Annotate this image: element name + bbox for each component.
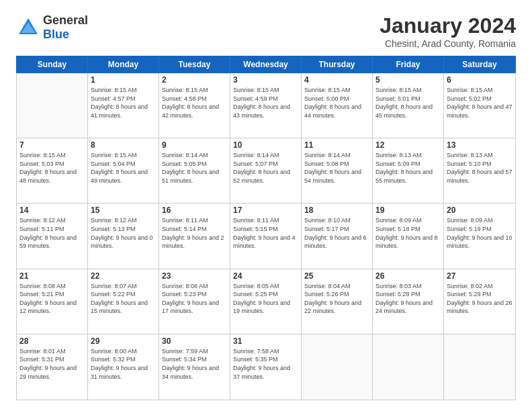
- location-subtitle: Chesint, Arad County, Romania: [380, 38, 516, 49]
- title-block: January 2024 Chesint, Arad County, Roman…: [380, 13, 516, 49]
- calendar-cell: 10Sunrise: 8:14 AMSunset: 5:07 PMDayligh…: [230, 138, 302, 203]
- day-info: Sunrise: 7:58 AMSunset: 5:35 PMDaylight:…: [233, 347, 298, 381]
- calendar-cell: [444, 334, 515, 400]
- day-info: Sunrise: 8:09 AMSunset: 5:19 PMDaylight:…: [447, 216, 513, 250]
- calendar-cell: 13Sunrise: 8:13 AMSunset: 5:10 PMDayligh…: [444, 138, 515, 203]
- weekday-header-wednesday: Wednesday: [230, 56, 302, 73]
- day-info: Sunrise: 8:15 AMSunset: 4:57 PMDaylight:…: [91, 86, 156, 120]
- calendar-cell: 19Sunrise: 8:09 AMSunset: 5:18 PMDayligh…: [373, 203, 444, 268]
- day-info: Sunrise: 8:05 AMSunset: 5:25 PMDaylight:…: [233, 282, 298, 316]
- day-info: Sunrise: 8:13 AMSunset: 5:09 PMDaylight:…: [375, 151, 441, 185]
- calendar-cell: [17, 73, 88, 138]
- day-info: Sunrise: 8:15 AMSunset: 4:59 PMDaylight:…: [233, 86, 298, 120]
- day-info: Sunrise: 8:15 AMSunset: 5:03 PMDaylight:…: [19, 151, 85, 185]
- calendar-cell: 24Sunrise: 8:05 AMSunset: 5:25 PMDayligh…: [230, 269, 302, 334]
- day-info: Sunrise: 8:08 AMSunset: 5:21 PMDaylight:…: [19, 282, 85, 316]
- day-info: Sunrise: 8:15 AMSunset: 5:01 PMDaylight:…: [375, 86, 441, 120]
- calendar-cell: 20Sunrise: 8:09 AMSunset: 5:19 PMDayligh…: [444, 203, 515, 268]
- calendar-cell: 16Sunrise: 8:11 AMSunset: 5:14 PMDayligh…: [159, 203, 230, 268]
- calendar-cell: 11Sunrise: 8:14 AMSunset: 5:08 PMDayligh…: [302, 138, 373, 203]
- month-title: January 2024: [380, 13, 516, 38]
- calendar-cell: 25Sunrise: 8:04 AMSunset: 5:26 PMDayligh…: [302, 269, 373, 334]
- day-info: Sunrise: 8:11 AMSunset: 5:14 PMDaylight:…: [162, 216, 227, 250]
- day-number: 7: [19, 140, 85, 150]
- calendar-cell: 8Sunrise: 8:15 AMSunset: 5:04 PMDaylight…: [88, 138, 159, 203]
- calendar-cell: [373, 334, 444, 400]
- day-number: 5: [375, 75, 441, 85]
- day-number: 27: [447, 271, 513, 281]
- logo: General Blue: [16, 13, 88, 42]
- day-number: 15: [91, 205, 156, 215]
- day-number: 4: [304, 75, 369, 85]
- day-number: 11: [304, 140, 369, 150]
- day-info: Sunrise: 8:03 AMSunset: 5:28 PMDaylight:…: [375, 282, 441, 316]
- calendar-cell: 21Sunrise: 8:08 AMSunset: 5:21 PMDayligh…: [17, 269, 88, 334]
- day-info: Sunrise: 8:02 AMSunset: 5:29 PMDaylight:…: [447, 282, 513, 316]
- day-info: Sunrise: 8:15 AMSunset: 5:04 PMDaylight:…: [91, 151, 156, 185]
- day-number: 22: [91, 271, 156, 281]
- day-info: Sunrise: 8:04 AMSunset: 5:26 PMDaylight:…: [304, 282, 369, 316]
- calendar-cell: 7Sunrise: 8:15 AMSunset: 5:03 PMDaylight…: [17, 138, 88, 203]
- day-number: 14: [19, 205, 85, 215]
- day-info: Sunrise: 8:13 AMSunset: 5:10 PMDaylight:…: [447, 151, 513, 185]
- calendar-cell: 23Sunrise: 8:06 AMSunset: 5:23 PMDayligh…: [159, 269, 230, 334]
- calendar-cell: 3Sunrise: 8:15 AMSunset: 4:59 PMDaylight…: [230, 73, 302, 138]
- day-info: Sunrise: 8:12 AMSunset: 5:13 PMDaylight:…: [91, 216, 156, 250]
- calendar-header: SundayMondayTuesdayWednesdayThursdayFrid…: [16, 56, 516, 73]
- calendar-week-2: 7Sunrise: 8:15 AMSunset: 5:03 PMDaylight…: [17, 138, 515, 203]
- day-info: Sunrise: 8:14 AMSunset: 5:08 PMDaylight:…: [304, 151, 369, 185]
- day-info: Sunrise: 8:07 AMSunset: 5:22 PMDaylight:…: [91, 282, 156, 316]
- weekday-header-monday: Monday: [88, 56, 159, 73]
- day-number: 31: [233, 336, 298, 346]
- calendar-body: 1Sunrise: 8:15 AMSunset: 4:57 PMDaylight…: [16, 73, 516, 400]
- calendar-week-4: 21Sunrise: 8:08 AMSunset: 5:21 PMDayligh…: [17, 269, 515, 334]
- calendar-cell: 14Sunrise: 8:12 AMSunset: 5:11 PMDayligh…: [17, 203, 88, 268]
- day-number: 10: [233, 140, 298, 150]
- day-number: 12: [375, 140, 441, 150]
- calendar-cell: 18Sunrise: 8:10 AMSunset: 5:17 PMDayligh…: [302, 203, 373, 268]
- calendar-cell: 12Sunrise: 8:13 AMSunset: 5:09 PMDayligh…: [373, 138, 444, 203]
- calendar-week-5: 28Sunrise: 8:01 AMSunset: 5:31 PMDayligh…: [17, 334, 515, 400]
- day-number: 1: [91, 75, 156, 85]
- header: General Blue January 2024 Chesint, Arad …: [16, 13, 516, 49]
- calendar-cell: 4Sunrise: 8:15 AMSunset: 5:00 PMDaylight…: [302, 73, 373, 138]
- day-number: 21: [19, 271, 85, 281]
- day-number: 24: [233, 271, 298, 281]
- day-info: Sunrise: 8:12 AMSunset: 5:11 PMDaylight:…: [19, 216, 85, 250]
- day-number: 25: [304, 271, 369, 281]
- calendar-week-1: 1Sunrise: 8:15 AMSunset: 4:57 PMDaylight…: [17, 73, 515, 138]
- page: General Blue January 2024 Chesint, Arad …: [0, 0, 532, 411]
- day-number: 13: [447, 140, 513, 150]
- day-info: Sunrise: 8:11 AMSunset: 5:15 PMDaylight:…: [233, 216, 298, 250]
- day-number: 6: [447, 75, 513, 85]
- calendar-week-3: 14Sunrise: 8:12 AMSunset: 5:11 PMDayligh…: [17, 203, 515, 269]
- day-info: Sunrise: 8:14 AMSunset: 5:07 PMDaylight:…: [233, 151, 298, 185]
- calendar-cell: 6Sunrise: 8:15 AMSunset: 5:02 PMDaylight…: [444, 73, 515, 138]
- weekday-header-saturday: Saturday: [444, 56, 515, 73]
- day-info: Sunrise: 8:06 AMSunset: 5:23 PMDaylight:…: [162, 282, 227, 316]
- day-info: Sunrise: 8:00 AMSunset: 5:32 PMDaylight:…: [91, 347, 156, 381]
- day-number: 30: [162, 336, 227, 346]
- day-info: Sunrise: 8:14 AMSunset: 5:05 PMDaylight:…: [162, 151, 227, 185]
- day-info: Sunrise: 8:15 AMSunset: 5:02 PMDaylight:…: [447, 86, 513, 120]
- weekday-header-tuesday: Tuesday: [159, 56, 230, 73]
- logo-blue-text: Blue: [43, 28, 69, 41]
- calendar-cell: 29Sunrise: 8:00 AMSunset: 5:32 PMDayligh…: [88, 334, 159, 400]
- day-number: 8: [91, 140, 156, 150]
- calendar-cell: 17Sunrise: 8:11 AMSunset: 5:15 PMDayligh…: [230, 203, 302, 268]
- day-number: 2: [162, 75, 227, 85]
- calendar-cell: 5Sunrise: 8:15 AMSunset: 5:01 PMDaylight…: [373, 73, 444, 138]
- day-number: 20: [447, 205, 513, 215]
- day-info: Sunrise: 8:01 AMSunset: 5:31 PMDaylight:…: [19, 347, 85, 381]
- day-number: 18: [304, 205, 369, 215]
- calendar-cell: 2Sunrise: 8:15 AMSunset: 4:58 PMDaylight…: [159, 73, 230, 138]
- calendar-cell: 1Sunrise: 8:15 AMSunset: 4:57 PMDaylight…: [88, 73, 159, 138]
- day-info: Sunrise: 8:15 AMSunset: 5:00 PMDaylight:…: [304, 86, 369, 120]
- day-number: 3: [233, 75, 298, 85]
- calendar: SundayMondayTuesdayWednesdayThursdayFrid…: [16, 56, 516, 400]
- day-info: Sunrise: 8:09 AMSunset: 5:18 PMDaylight:…: [375, 216, 441, 250]
- calendar-cell: 30Sunrise: 7:59 AMSunset: 5:34 PMDayligh…: [159, 334, 230, 400]
- calendar-cell: 31Sunrise: 7:58 AMSunset: 5:35 PMDayligh…: [230, 334, 302, 400]
- weekday-header-friday: Friday: [373, 56, 444, 73]
- day-number: 23: [162, 271, 227, 281]
